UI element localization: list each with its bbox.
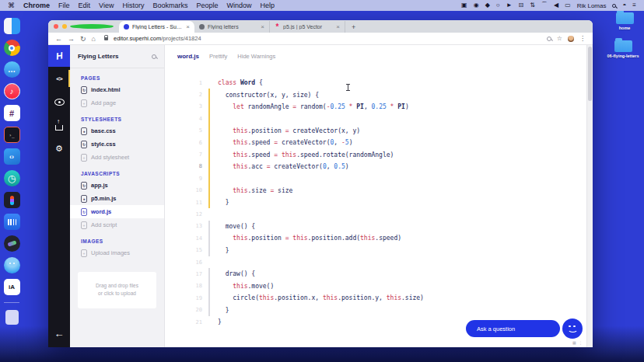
bookmark-star-icon[interactable]: ☆ (557, 33, 562, 45)
file-style-css[interactable]: ↻style.css (70, 137, 164, 151)
prettify-button[interactable]: Prettify (209, 53, 227, 60)
code-line[interactable]: 14 this.position = this.position.add(thi… (165, 232, 585, 244)
code-line[interactable]: 11 } (165, 197, 585, 208)
dock-intercom-icon[interactable] (4, 214, 20, 230)
wifi-icon[interactable]: ⌒ (541, 0, 548, 11)
upload-dropzone[interactable]: Drag and drop files or click to upload (78, 272, 156, 308)
dock-vscode-icon[interactable]: ‹› (4, 148, 20, 165)
siri-icon[interactable]: ◓ (622, 0, 626, 11)
display-mirroring-icon[interactable]: ▣ (461, 0, 467, 11)
dock-screenflow-icon[interactable] (4, 235, 20, 252)
menu-window[interactable]: Window (226, 2, 251, 9)
code-line[interactable]: 20 } (165, 304, 585, 315)
code-area[interactable]: word.js Prettify Hide Warnings 1class Wo… (165, 45, 593, 347)
code-line[interactable]: 9 (165, 172, 585, 184)
apple-menu-icon[interactable]: ⌘ (8, 2, 15, 9)
code-line[interactable]: 10 this.size = size (165, 185, 585, 197)
dock-terminal-icon[interactable]: ›_ (4, 127, 20, 143)
code-line[interactable]: 8 this.acc = createVector(0, 0.5) (165, 161, 585, 172)
editor-scrollbar[interactable] (586, 45, 593, 347)
code-line[interactable]: 7 this.speed = this.speed.rotate(randomA… (165, 148, 585, 160)
tab-1[interactable]: Flying Letters - SuperHi× (119, 21, 194, 33)
menu-people[interactable]: People (196, 2, 218, 9)
spotlight-icon[interactable] (612, 4, 616, 8)
back-arrow-button[interactable]: ← (48, 328, 70, 339)
dock-chrome-icon[interactable] (4, 40, 20, 56)
menu-chrome[interactable]: Chrome (23, 2, 50, 9)
nav-code-button[interactable]: <> (48, 67, 70, 90)
close-window-button[interactable] (54, 24, 58, 29)
menu-file[interactable]: File (58, 2, 70, 9)
file-base-css[interactable]: ●base.css (70, 124, 164, 137)
code-line[interactable]: 4 (165, 113, 585, 124)
zoom-window-button[interactable] (70, 24, 114, 29)
tab-close-icon[interactable]: × (336, 23, 340, 30)
vpn-icon[interactable]: ◆ (485, 0, 490, 11)
dock-ia-writer-icon[interactable]: iA (4, 279, 20, 295)
dock-trash-icon[interactable] (5, 310, 19, 325)
hide-warnings-button[interactable]: Hide Warnings (237, 53, 275, 60)
file-p5-min-js[interactable]: ●p5.min.js (70, 192, 164, 205)
back-icon[interactable]: ← (55, 33, 62, 45)
minimize-window-button[interactable] (62, 24, 67, 29)
timer-icon[interactable]: ○ (496, 0, 500, 11)
search-icon[interactable] (152, 54, 156, 59)
file-add-script[interactable]: +Add script (70, 218, 164, 231)
help-smiley-button[interactable] (562, 318, 583, 339)
code-line[interactable]: 5 this.position = createVector(x, y) (165, 125, 585, 137)
code-line[interactable]: 6 this.speed = createVector(0, -5) (165, 137, 585, 148)
menu-edit[interactable]: Edit (79, 2, 91, 9)
code-editor[interactable]: 1class Word {2 constructor(x, y, size) {… (165, 77, 585, 347)
code-line[interactable]: 2 constructor(x, y, size) { (165, 89, 585, 100)
code-line[interactable]: 1class Word { (165, 77, 585, 89)
dock-twitterrific-icon[interactable] (4, 257, 20, 273)
menu-help[interactable]: Help (260, 2, 275, 9)
nav-share-button[interactable] (48, 113, 70, 137)
file-add-stylesheet[interactable]: +Add stylesheet (70, 151, 164, 164)
code-line[interactable]: 13 move() { (165, 221, 585, 232)
tab-close-icon[interactable]: × (261, 23, 264, 30)
browser-profile-avatar[interactable] (568, 36, 574, 42)
file-index-html[interactable]: ↻index.html (70, 83, 164, 96)
desktop-folder-home[interactable]: home (605, 12, 644, 30)
nav-settings-button[interactable]: ⚙ (48, 137, 70, 160)
tab-close-icon[interactable]: × (186, 23, 190, 30)
dock-messages-icon[interactable]: … (4, 61, 20, 78)
menu-history[interactable]: History (122, 2, 144, 9)
ask-a-question-button[interactable]: Ask a question (466, 320, 560, 337)
code-line[interactable]: 15 } (165, 244, 585, 256)
browser-menu-icon[interactable]: ⋮ (579, 33, 586, 45)
dock-music-icon[interactable]: ♪ (4, 83, 20, 99)
code-line[interactable]: 16 (165, 256, 585, 268)
file-add-page[interactable]: +Add page (70, 96, 164, 110)
ssl-lock-icon[interactable] (104, 37, 108, 40)
zoom-page-icon[interactable] (547, 37, 551, 41)
new-tab-button[interactable]: + (345, 21, 362, 33)
superhi-logo[interactable]: H (48, 45, 70, 67)
dock-clock-icon[interactable]: ◷ (4, 170, 20, 186)
code-line[interactable]: 12 (165, 208, 585, 220)
forward-icon[interactable]: → (68, 33, 75, 45)
volume-icon[interactable]: ◀ (554, 0, 558, 11)
code-line[interactable]: 3 let randomAngle = random(-0.25 * PI, 0… (165, 101, 585, 113)
menu-view[interactable]: View (99, 2, 114, 9)
url-field[interactable]: editor.superhi.com/projects/41824 (114, 35, 541, 42)
location-icon[interactable]: ► (506, 0, 513, 11)
battery-icon[interactable]: ▭ (565, 0, 571, 11)
updown-arrows-icon[interactable]: ⇅ (530, 0, 535, 11)
screen-record-icon[interactable]: ◉ (474, 0, 479, 11)
code-line[interactable]: 19 circle(this.position.x, this.position… (165, 292, 585, 304)
menu-bookmarks[interactable]: Bookmarks (152, 2, 187, 9)
reload-icon[interactable]: ↻ (80, 33, 86, 45)
dock-figma-icon[interactable] (4, 192, 20, 208)
file-app-js[interactable]: ↻app.js (70, 179, 164, 192)
scrollbar-thumb[interactable] (588, 47, 592, 101)
dock-slack-icon[interactable]: # (4, 105, 20, 121)
notification-center-icon[interactable]: ≡ (632, 0, 636, 11)
tab-3[interactable]: *p5.js | p5 Vector× (270, 21, 345, 33)
dock-finder-icon[interactable] (4, 18, 20, 34)
display-icon[interactable]: ⊟ (519, 0, 524, 11)
desktop-folder-flying-letters[interactable]: 06-flying-letters (604, 40, 642, 58)
file-upload-images[interactable]: +Upload images (70, 246, 164, 259)
home-icon[interactable]: ⌂ (92, 33, 96, 45)
